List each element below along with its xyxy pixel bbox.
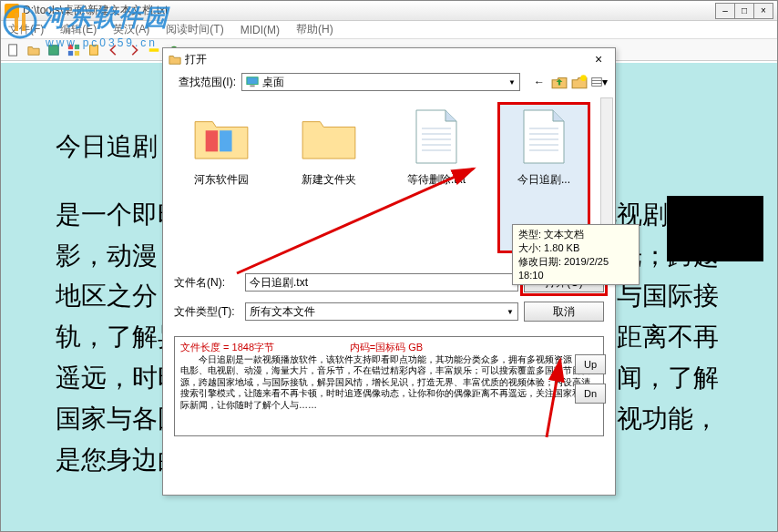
file-tooltip: 类型: 文本文档 大小: 1.80 KB 修改日期: 2019/2/25 18:…: [512, 224, 640, 285]
close-button[interactable]: ×: [753, 3, 773, 19]
window-title: D:\tools\桌面\新建文本文档.txt: [23, 3, 716, 18]
svg-rect-14: [592, 78, 602, 87]
folder-icon: [301, 113, 357, 160]
menu-dict[interactable]: 英汉(A): [109, 22, 153, 37]
filetype-row: 文件类型(T): 所有文本文件 ▼ 取消: [163, 300, 615, 323]
preview-pane: 文件长度 = 1848字节 内码=国标码 GB 今日追剧是一款视频播放软件，该软…: [174, 336, 604, 436]
txt-icon: [520, 108, 568, 165]
svg-rect-7: [149, 48, 159, 52]
tool-save-icon[interactable]: [45, 41, 63, 59]
svg-rect-1: [49, 45, 59, 55]
up-folder-icon[interactable]: [551, 74, 568, 90]
back-icon[interactable]: ←: [531, 74, 548, 90]
svg-rect-2: [68, 44, 73, 48]
menu-help[interactable]: 帮助(H): [292, 22, 337, 37]
svg-rect-5: [75, 50, 79, 55]
filename-input[interactable]: [245, 273, 518, 292]
maximize-button[interactable]: □: [734, 3, 754, 19]
tool-open-icon[interactable]: [25, 41, 43, 59]
file-item-folder[interactable]: 新建文件夹: [283, 103, 374, 252]
dialog-icon: [169, 53, 181, 66]
tooltip-size: 大小: 1.80 KB: [518, 241, 633, 255]
filetype-combo[interactable]: 所有文本文件 ▼: [245, 302, 518, 321]
filename-label: 文件名(N):: [174, 275, 240, 291]
filetype-value: 所有文本文件: [250, 304, 315, 320]
dialog-close-button[interactable]: ×: [588, 50, 609, 68]
preview-encoding: 内码=国标码 GB: [350, 342, 423, 353]
tooltip-type: 类型: 文本文档: [518, 228, 633, 241]
file-label: 今日追剧...: [517, 172, 570, 188]
dn-button[interactable]: Dn: [575, 384, 606, 404]
svg-rect-4: [68, 50, 73, 55]
svg-rect-18: [220, 130, 231, 151]
side-buttons: Up Dn: [575, 354, 606, 404]
chevron-down-icon: ▼: [508, 78, 516, 87]
svg-point-13: [580, 75, 587, 81]
selection-highlight: [667, 196, 763, 261]
new-folder-icon[interactable]: [571, 74, 588, 90]
svg-rect-6: [90, 45, 98, 55]
window-controls: – □ ×: [716, 3, 773, 19]
txt-icon: [413, 108, 460, 165]
file-label: 河东软件园: [194, 172, 249, 188]
folder-icon: [193, 113, 250, 160]
look-in-combo[interactable]: 桌面 ▼: [241, 73, 520, 91]
menu-bar: 文件(F) 编辑(E) 英汉(A) 阅读时间(T) MIDI(M) 帮助(H): [1, 21, 777, 39]
tool-highlight-icon[interactable]: [145, 41, 163, 59]
look-in-label: 查找范围(I):: [170, 75, 236, 90]
cancel-button[interactable]: 取消: [524, 302, 604, 322]
file-label: 等待删除.txt: [407, 172, 466, 188]
svg-rect-17: [206, 130, 218, 151]
filetype-label: 文件类型(T):: [174, 304, 240, 320]
file-item-folder-photos[interactable]: 河东软件园: [176, 103, 267, 252]
preview-body: 今日追剧是一款视频播放软件，该软件支持即看即点功能，其功能分类众多，拥有多视频资…: [180, 354, 598, 412]
menu-readtime[interactable]: 阅读时间(T): [162, 22, 227, 37]
app-icon: [5, 4, 19, 18]
nav-icons: ← ▾: [531, 74, 608, 90]
preview-length: 文件长度 = 1848字节: [180, 342, 274, 353]
menu-edit[interactable]: 编辑(E): [56, 22, 100, 37]
title-bar: D:\tools\桌面\新建文本文档.txt – □ ×: [1, 1, 777, 21]
up-button[interactable]: Up: [575, 354, 606, 374]
svg-rect-0: [9, 44, 17, 55]
menu-midi[interactable]: MIDI(M): [237, 24, 283, 36]
look-in-value: 桌面: [262, 75, 284, 90]
dialog-title-bar: 打开 ×: [163, 48, 615, 70]
desktop-icon: [246, 76, 259, 88]
tool-next-icon[interactable]: [125, 41, 143, 59]
file-item-txt[interactable]: 等待删除.txt: [391, 103, 482, 252]
minimize-button[interactable]: –: [715, 3, 735, 19]
tool-bookmark-icon[interactable]: [85, 41, 103, 59]
tool-color-icon[interactable]: [65, 41, 83, 59]
tooltip-modified: 修改日期: 2019/2/25 18:10: [518, 255, 633, 282]
view-menu-icon[interactable]: ▾: [591, 74, 608, 90]
look-in-row: 查找范围(I): 桌面 ▼ ← ▾: [163, 70, 615, 94]
dialog-title: 打开: [185, 52, 588, 67]
file-label: 新建文件夹: [302, 172, 356, 188]
tool-prev-icon[interactable]: [105, 41, 123, 59]
tool-new-icon[interactable]: [5, 41, 23, 59]
svg-rect-11: [247, 77, 258, 85]
svg-rect-12: [250, 86, 254, 87]
svg-rect-3: [75, 44, 79, 48]
chevron-down-icon: ▼: [507, 308, 514, 316]
menu-file[interactable]: 文件(F): [5, 22, 47, 37]
